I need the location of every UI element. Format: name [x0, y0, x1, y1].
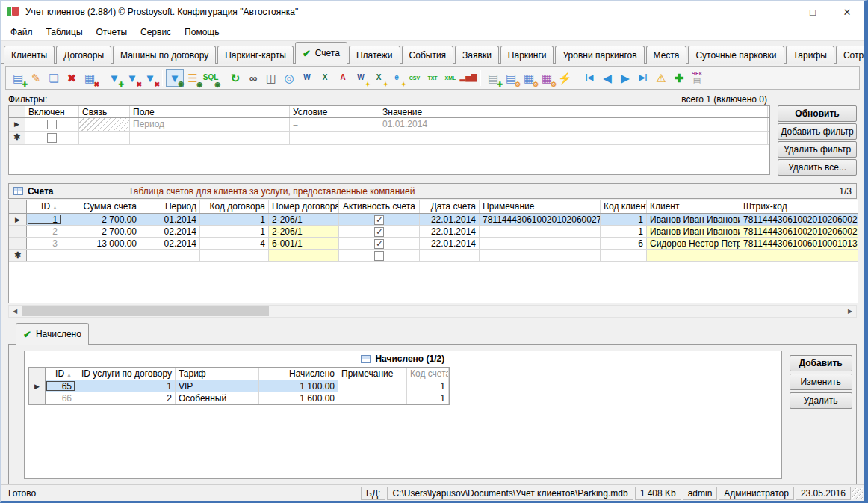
- column-header-Тариф[interactable]: Тариф: [176, 368, 259, 380]
- cell-Примечание[interactable]: [480, 226, 601, 237]
- checkbox[interactable]: [47, 133, 57, 143]
- cell-Дата счета[interactable]: [420, 250, 480, 261]
- cell-Код клиента[interactable]: 6: [601, 238, 647, 249]
- menu-Таблицы[interactable]: Таблицы: [40, 25, 90, 40]
- resize-grip[interactable]: [852, 488, 863, 499]
- cell-Сумма счета[interactable]: [61, 250, 140, 261]
- Удалить-button[interactable]: Удалить: [790, 392, 852, 409]
- Обновить-button[interactable]: Обновить: [778, 105, 857, 122]
- cell-Штрих-код[interactable]: 78114443061006010001013: [740, 238, 858, 249]
- cell-Начислено[interactable]: 1 100.00: [259, 380, 338, 392]
- cell-Номер договора[interactable]: [269, 250, 339, 261]
- column-header-Код счета[interactable]: Код счета: [407, 368, 449, 380]
- cell-ID[interactable]: 3: [27, 238, 61, 249]
- refresh-icon[interactable]: ↻: [226, 69, 244, 87]
- cell-Сумма счета[interactable]: 13 000.00: [61, 238, 140, 249]
- column-header-ID[interactable]: ID▲: [27, 200, 61, 213]
- nav-prev-icon[interactable]: ◀: [598, 69, 616, 87]
- cell-ID[interactable]: 65: [46, 380, 75, 392]
- checkbox[interactable]: [374, 251, 384, 261]
- cell-Сумма счета[interactable]: 2 700.00: [61, 214, 140, 225]
- cell-Тариф[interactable]: Особенный: [176, 392, 259, 404]
- tab-Счета[interactable]: ✔Счета: [295, 42, 347, 64]
- checkbox[interactable]: [374, 215, 384, 225]
- tab-Тарифы[interactable]: Тарифы: [786, 46, 834, 64]
- cell-Примечание[interactable]: [480, 238, 601, 249]
- tab-Машины по договору[interactable]: Машины по договору: [113, 46, 216, 64]
- table-settings-icon[interactable]: ▦⚙: [520, 69, 538, 87]
- column-header-Сумма счета[interactable]: Сумма счета: [61, 200, 140, 213]
- table-row[interactable]: 22 700.0002.201412-206/122.01.20141Ивано…: [9, 226, 858, 238]
- tab-События[interactable]: События: [402, 46, 454, 64]
- export-word-icon[interactable]: W: [298, 69, 316, 87]
- tab-Клиенты[interactable]: Клиенты: [4, 46, 55, 64]
- menu-Сервис[interactable]: Сервис: [134, 25, 178, 40]
- cell-Дата счета[interactable]: 22.01.2014: [420, 238, 480, 249]
- cell-Номер договора[interactable]: 2-206/1: [269, 226, 339, 237]
- cell-Активность счета[interactable]: [339, 226, 420, 237]
- receipt-icon[interactable]: ЧЕК▤: [688, 69, 706, 87]
- cell-Примечание[interactable]: [480, 250, 601, 261]
- column-header-ID услуги по договору[interactable]: ID услуги по договору: [75, 368, 176, 380]
- tab-Заявки[interactable]: Заявки: [455, 46, 499, 64]
- add-plus-icon[interactable]: ✚: [670, 69, 688, 87]
- cell-Код клиента[interactable]: [601, 250, 647, 261]
- cell-ID[interactable]: 2: [27, 226, 61, 237]
- column-header-Период[interactable]: Период: [140, 200, 200, 213]
- cell-Период[interactable]: [140, 250, 200, 261]
- hotkeys-icon[interactable]: ⚡: [556, 69, 574, 87]
- cell-Код клиента[interactable]: 1: [601, 214, 647, 225]
- Удалить все...-button[interactable]: Удалить все...: [778, 159, 857, 176]
- filter-link-cell[interactable]: [79, 118, 130, 131]
- cell-Код договора[interactable]: 4: [200, 238, 269, 249]
- column-header-Дата счета[interactable]: Дата счета: [420, 200, 480, 213]
- nav-last-icon[interactable]: ▶|: [634, 69, 652, 87]
- cell-Код договора[interactable]: 1: [200, 226, 269, 237]
- sql-toggle-icon[interactable]: SQL◉: [202, 69, 220, 87]
- minimize-button[interactable]: —: [761, 1, 796, 23]
- column-header-Код договора[interactable]: Код договора: [200, 200, 269, 213]
- copy-record-icon[interactable]: ❏: [45, 69, 63, 87]
- template-excel-icon[interactable]: X✦: [370, 69, 388, 87]
- menu-Отчеты[interactable]: Отчеты: [90, 25, 134, 40]
- export-excel-icon[interactable]: X: [316, 69, 334, 87]
- scroll-right-icon[interactable]: ▶: [844, 308, 856, 315]
- Добавить-button[interactable]: Добавить: [790, 355, 852, 371]
- nav-first-icon[interactable]: |◀: [580, 69, 598, 87]
- chart-icon[interactable]: ▂▅▇: [459, 69, 477, 87]
- tab-Начислено[interactable]: ✔Начислено: [16, 323, 89, 345]
- cell-Активность счета[interactable]: [339, 214, 420, 225]
- column-header-Начислено[interactable]: Начислено: [259, 368, 338, 380]
- filter-enabled-cell[interactable]: [25, 132, 79, 144]
- cell-Сумма счета[interactable]: 2 700.00: [61, 226, 140, 237]
- cell-Клиент[interactable]: Иванов Иван Иванович: [647, 214, 740, 225]
- filter-add-icon[interactable]: ▼✚: [105, 69, 123, 87]
- table-row[interactable]: 313 000.0002.201446-001/122.01.20146Сидо…: [9, 238, 858, 250]
- tab-Платежи[interactable]: Платежи: [349, 46, 400, 64]
- cell-Период[interactable]: 02.2014: [140, 238, 200, 249]
- find-icon[interactable]: ∞: [244, 69, 262, 87]
- cell-Код счета[interactable]: 1: [407, 380, 449, 392]
- cell-Период[interactable]: 01.2014: [140, 214, 200, 225]
- scrollbar-thumb[interactable]: [22, 306, 269, 316]
- record-settings-icon[interactable]: ▤⚙: [502, 69, 520, 87]
- filter-condition-cell[interactable]: [290, 132, 379, 144]
- column-header-Код клиента[interactable]: Код клиента: [601, 200, 647, 213]
- cell-Номер договора[interactable]: 2-206/1: [269, 214, 339, 225]
- table-row[interactable]: 662Особенный1 600.001: [29, 392, 449, 404]
- warning-icon[interactable]: ⚠: [652, 69, 670, 87]
- cell-Код клиента[interactable]: 1: [601, 226, 647, 237]
- cell-Начислено[interactable]: 1 600.00: [259, 392, 338, 404]
- preview-icon[interactable]: ◎: [280, 69, 298, 87]
- filter-enabled-cell[interactable]: [25, 118, 79, 131]
- tab-Уровни паркингов[interactable]: Уровни паркингов: [555, 46, 644, 64]
- filter-field-cell[interactable]: [130, 132, 290, 144]
- cell-Активность счета[interactable]: [339, 238, 420, 249]
- checkbox[interactable]: [374, 239, 384, 249]
- tab-Паркинги[interactable]: Паркинги: [500, 46, 554, 64]
- cell-Штрих-код[interactable]: [740, 250, 858, 261]
- tab-Договоры[interactable]: Договоры: [56, 46, 111, 64]
- filter-condition-cell[interactable]: =: [290, 118, 379, 131]
- cell-Код счета[interactable]: 1: [407, 392, 449, 404]
- view-settings-icon[interactable]: ▦⚙: [538, 69, 556, 87]
